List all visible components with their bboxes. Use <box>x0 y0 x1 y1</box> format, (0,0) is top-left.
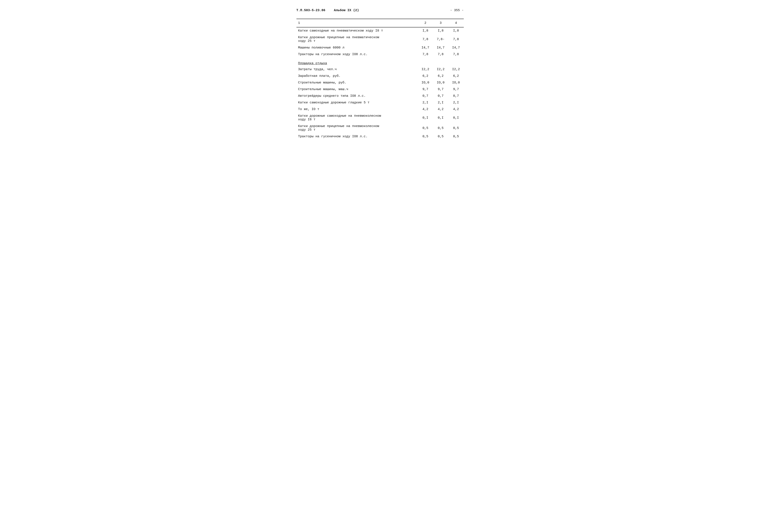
col4-value: 0,I <box>448 113 463 123</box>
col2-value: IO,0 <box>418 79 433 86</box>
table-header-row: 1 2 3 4 <box>297 19 464 27</box>
col3-value: 0,5 <box>433 133 448 140</box>
table-row: Катки самоходные дорожные гладкие 5 т2,I… <box>297 99 464 106</box>
col3-value: 4,2 <box>433 106 448 113</box>
table-row: Тракторы на гусеничном ходу IO8 л.с.7,87… <box>297 51 464 58</box>
col2-value: 9,7 <box>418 86 433 93</box>
table-row: Затраты труда, чел.чI2,2I2,2I2,2 <box>297 66 464 73</box>
col2-value: 7,8 <box>418 51 433 58</box>
col2-value: I2,2 <box>418 66 433 73</box>
col2-value: I4,7 <box>418 44 433 51</box>
col3-value: I4,7 <box>433 44 448 51</box>
main-table: 1 2 3 4 Катки самоходные на пневматическ… <box>297 19 464 140</box>
table-row: Строительные машины, руб.IO,0IO,0IO,0 <box>297 79 464 86</box>
document-code: Т.П.503-5-23.86 <box>297 9 325 12</box>
row-label: Катки самоходные на пневматическом ходу … <box>297 27 418 34</box>
table-row: Катки дорожные прицепные на пневматическ… <box>297 34 464 44</box>
col2-value: 0,7 <box>418 93 433 99</box>
col2-value: 2,I <box>418 99 433 106</box>
col4-value: I4,7 <box>448 44 463 51</box>
table-row: Тракторы на гусеничном ходу IO8 л.с.0,50… <box>297 133 464 140</box>
col4-value: 9,7 <box>448 86 463 93</box>
col-header-3: 3 <box>433 19 448 27</box>
col4-value: 0,5 <box>448 133 463 140</box>
col2-value: 7,8 <box>418 34 433 44</box>
col3-value: I,8 <box>433 27 448 34</box>
col-header-1: 1 <box>297 19 418 27</box>
row-label: Автогрейдеры среднего типа IO8 л.с. <box>297 93 418 99</box>
col-header-4: 4 <box>448 19 463 27</box>
col3-value: 0,5 <box>433 123 448 133</box>
col2-value: 0,5 <box>418 123 433 133</box>
col3-value: 9,7 <box>433 86 448 93</box>
col4-value: I2,2 <box>448 66 463 73</box>
col-header-2: 2 <box>418 19 433 27</box>
col4-value: 2,I <box>448 99 463 106</box>
row-label: Катки дорожные прицепные на пневмоколесн… <box>297 123 418 133</box>
col4-value: 7,8 <box>448 51 463 58</box>
col3-value: 0,7 <box>433 93 448 99</box>
row-label: Катки самоходные дорожные гладкие 5 т <box>297 99 418 106</box>
section-header-row: Площадка отдыха <box>297 58 464 66</box>
col4-value: 6,2 <box>448 73 463 79</box>
table-row: Заработная плата, руб.6,26,26,2 <box>297 73 464 79</box>
table-row: Катки дорожные прицепные на пневмоколесн… <box>297 123 464 133</box>
col4-value: IO,0 <box>448 79 463 86</box>
col2-value: 0,5 <box>418 133 433 140</box>
row-label: Строительные машины, руб. <box>297 79 418 86</box>
row-label: Катки дорожные прицепные на пневматическ… <box>297 34 418 44</box>
col2-value: 4,2 <box>418 106 433 113</box>
col3-value: I2,2 <box>433 66 448 73</box>
row-label: Затраты труда, чел.ч <box>297 66 418 73</box>
table-row: Катки дорожные самоходные на пневмоколес… <box>297 113 464 123</box>
col3-value: IO,0 <box>433 79 448 86</box>
col4-value: 4,2 <box>448 106 463 113</box>
row-label: Тракторы на гусеничном ходу IO8 л.с. <box>297 51 418 58</box>
table-row: Автогрейдеры среднего типа IO8 л.с.0,70,… <box>297 93 464 99</box>
col3-value: 2,I <box>433 99 448 106</box>
col3-value: 0,I <box>433 113 448 123</box>
page-number: - 355 - <box>450 9 463 12</box>
section-title: Площадка отдыха <box>297 58 464 66</box>
page-header: Т.П.503-5-23.86 Альбом IX (2) - 355 - <box>297 9 464 12</box>
col2-value: 0,I <box>418 113 433 123</box>
table-row: Катки самоходные на пневматическом ходу … <box>297 27 464 34</box>
table-row: То же, IO т4,24,24,2 <box>297 106 464 113</box>
col4-value: 0,7 <box>448 93 463 99</box>
row-label: Тракторы на гусеничном ходу IO8 л.с. <box>297 133 418 140</box>
table-row: Машины поливочные 6000 лI4,7I4,7I4,7 <box>297 44 464 51</box>
row-label: Катки дорожные самоходные на пневмоколес… <box>297 113 418 123</box>
table-row: Строительные машины, маш.ч9,79,79,7 <box>297 86 464 93</box>
col3-value: 7,8- <box>433 34 448 44</box>
row-label: Строительные машины, маш.ч <box>297 86 418 93</box>
row-label: Заработная плата, руб. <box>297 73 418 79</box>
row-label: То же, IO т <box>297 106 418 113</box>
col4-value: 7,8 <box>448 34 463 44</box>
col4-value: 0,5 <box>448 123 463 133</box>
col2-value: 6,2 <box>418 73 433 79</box>
col3-value: 6,2 <box>433 73 448 79</box>
album-label: Альбом IX (2) <box>334 9 359 12</box>
col3-value: 7,8 <box>433 51 448 58</box>
col2-value: I,8 <box>418 27 433 34</box>
row-label: Машины поливочные 6000 л <box>297 44 418 51</box>
col4-value: I,8 <box>448 27 463 34</box>
